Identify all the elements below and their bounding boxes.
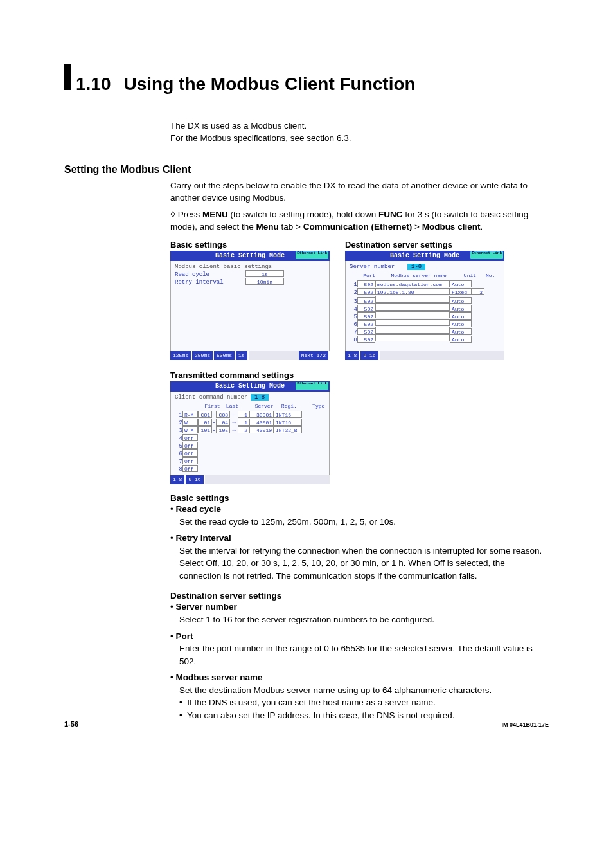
- server-name-cell[interactable]: [375, 334, 450, 341]
- client-cmd-value[interactable]: 1-8: [251, 394, 269, 401]
- col-name: Modbus server name: [382, 273, 456, 278]
- softkey-9-16[interactable]: 9-16: [360, 351, 378, 360]
- basic-settings-heading: Basic settings: [170, 493, 549, 503]
- server-name-cell[interactable]: modbus.daqstation.com: [375, 280, 450, 287]
- mode-cell[interactable]: Off: [182, 434, 198, 441]
- table-row: 6502Auto: [350, 319, 500, 327]
- table-row: 2W01-04→140001INT16: [175, 419, 325, 426]
- screen-dest: Basic Setting ModeEthernet Link Server n…: [345, 251, 504, 360]
- mode-cell[interactable]: Off: [182, 442, 198, 449]
- server-cell[interactable]: 2: [238, 426, 249, 433]
- table-row: 4Off: [175, 434, 325, 442]
- table-row: 2502192.168.1.80Fixed3: [350, 288, 500, 296]
- first-cell[interactable]: 01: [198, 419, 212, 426]
- client-cmd-label: Client command number: [175, 394, 251, 401]
- last-cell[interactable]: 105: [216, 426, 230, 433]
- chapter-heading: 1.10 Using the Modbus Client Function: [64, 64, 549, 95]
- mode-cell[interactable]: Off: [182, 449, 198, 457]
- mode-cell[interactable]: Off: [182, 465, 198, 472]
- retry-label: Retry interval: [175, 279, 245, 285]
- last-cell[interactable]: C08: [216, 411, 230, 418]
- server-name-cell[interactable]: [375, 327, 450, 334]
- table-row: 7Off: [175, 457, 325, 465]
- screen-title: Basic Setting Mode: [215, 383, 285, 390]
- menu-step: ◊ Press MENU (to switch to setting mode)…: [170, 208, 549, 233]
- step-text: Press: [178, 210, 202, 219]
- softkey-next[interactable]: Next 1/2: [299, 351, 328, 360]
- diamond-icon: ◊: [170, 208, 175, 221]
- port-head: Port: [175, 631, 193, 641]
- caption-trans: Transmitted command settings: [170, 370, 330, 380]
- last-cell[interactable]: 04: [216, 419, 230, 426]
- port-cell[interactable]: 502: [357, 280, 375, 287]
- server-cell[interactable]: 1: [238, 419, 249, 426]
- regi-cell[interactable]: 40010: [249, 426, 274, 433]
- retry-text: Set the interval for retrying the connec…: [179, 545, 549, 583]
- first-cell[interactable]: 101: [198, 426, 212, 433]
- softkey-125ms[interactable]: 125ms: [170, 351, 191, 360]
- unit-cell[interactable]: Auto: [450, 280, 472, 287]
- table-row: 4502Auto: [350, 303, 500, 311]
- chapter-bar: [64, 64, 71, 90]
- mode-cell[interactable]: R-M: [182, 411, 198, 418]
- softkey-250ms[interactable]: 250ms: [192, 351, 213, 360]
- read-cycle-value[interactable]: 1s: [245, 270, 284, 277]
- regi-cell[interactable]: 30001: [249, 411, 274, 418]
- screen-basic: Basic Setting ModeEthernet Link Modbus c…: [170, 251, 330, 360]
- table-row: 5502Auto: [350, 311, 500, 319]
- table-row: 5Off: [175, 442, 325, 449]
- menu-comm: Communication (Ethernet): [303, 222, 413, 231]
- retry-value[interactable]: 10min: [245, 278, 284, 285]
- server-name-cell[interactable]: 192.168.1.80: [375, 288, 450, 295]
- mode-cell[interactable]: Off: [182, 457, 198, 464]
- port-cell[interactable]: 502: [357, 288, 375, 295]
- chapter-title: Using the Modbus Client Function: [124, 74, 416, 95]
- screen-title: Basic Setting Mode: [390, 252, 459, 259]
- page-number: 1-56: [64, 720, 78, 728]
- regi-cell[interactable]: 40001: [249, 419, 274, 426]
- arrow-icon: ←: [230, 412, 238, 419]
- no-cell[interactable]: 3: [472, 288, 484, 295]
- msn-sub1: • If the DNS is used, you can set the ho…: [179, 696, 549, 709]
- type-cell[interactable]: INT16: [274, 419, 302, 426]
- mode-cell[interactable]: W-M: [182, 426, 198, 433]
- col-no: No.: [484, 273, 497, 278]
- mode-cell[interactable]: W: [182, 419, 198, 426]
- arrow-icon: →: [230, 420, 238, 426]
- col-port: Port: [360, 273, 378, 278]
- softkey-1-8[interactable]: 1-8: [345, 351, 359, 360]
- type-cell[interactable]: INT32_B: [274, 426, 302, 433]
- softkey-1s[interactable]: 1s: [236, 351, 247, 360]
- table-row: 1502modbus.daqstation.comAuto: [350, 280, 500, 288]
- unit-cell[interactable]: Fixed: [450, 288, 472, 295]
- softkey-9-16[interactable]: 9-16: [186, 475, 203, 484]
- table-row: 3502Auto: [350, 296, 500, 303]
- screen-title: Basic Setting Mode: [215, 252, 285, 259]
- type-cell[interactable]: INT16: [274, 411, 302, 418]
- softkey-500ms[interactable]: 500ms: [214, 351, 235, 360]
- port-text: Enter the port number in the range of 0 …: [179, 642, 549, 667]
- first-cell[interactable]: C01: [198, 411, 212, 418]
- server-name-cell[interactable]: [375, 319, 450, 326]
- unit-cell[interactable]: Auto: [450, 336, 472, 343]
- server-name-cell[interactable]: [375, 311, 450, 318]
- col-unit: Unit: [459, 273, 481, 278]
- intro-line-1: The DX is used as a Modbus client.: [170, 120, 549, 132]
- read-cycle-label: Read cycle: [175, 271, 245, 278]
- modbus-server-name-text: Set the destination Modbus server name u…: [179, 684, 549, 697]
- section-para: Carry out the steps below to enable the …: [170, 179, 549, 204]
- port-cell[interactable]: 502: [357, 336, 375, 343]
- server-number-text: Select 1 to 16 for the server registrati…: [179, 613, 549, 626]
- server-name-cell[interactable]: [375, 303, 450, 311]
- softkey-1-8[interactable]: 1-8: [170, 475, 184, 484]
- server-name-cell[interactable]: [375, 296, 450, 303]
- col-server: Server: [254, 403, 274, 409]
- server-cell[interactable]: 1: [238, 411, 249, 418]
- doc-id: IM 04L41B01-17E: [501, 721, 549, 728]
- col-type: Type: [305, 403, 333, 409]
- dest-settings-heading: Destination server settings: [170, 591, 549, 601]
- table-row: 7502Auto: [350, 327, 500, 334]
- read-cycle-text: Set the read cycle to 125m, 250m, 500m, …: [179, 516, 549, 529]
- ethernet-icon: Ethernet Link: [296, 382, 328, 390]
- server-number-value[interactable]: 1-8: [407, 264, 425, 270]
